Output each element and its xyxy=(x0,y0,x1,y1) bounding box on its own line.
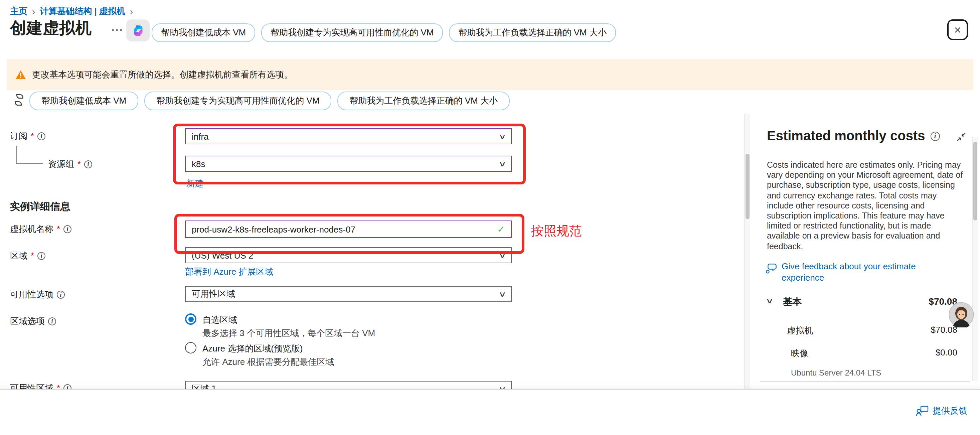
footer-bar xyxy=(0,389,980,435)
cost-group-label[interactable]: 基本 xyxy=(783,296,802,308)
chevron-down-icon: ∨ xyxy=(498,251,506,260)
cost-group-amount: $70.08 xyxy=(883,296,957,307)
tree-connector xyxy=(16,147,17,164)
estimate-feedback-link[interactable]: Give feedback about your estimate experi… xyxy=(765,261,961,283)
warning-text: 更改基本选项可能会重置所做的选择。创建虚拟机前查看所有选项。 xyxy=(32,69,293,81)
required-marker: * xyxy=(57,225,60,234)
extended-zones-link[interactable]: 部署到 Azure 扩展区域 xyxy=(185,266,273,278)
instance-details-heading: 实例详细信息 xyxy=(10,201,70,213)
tree-connector xyxy=(16,163,43,164)
resource-group-dropdown[interactable]: k8s ∨ xyxy=(185,156,512,172)
avatar[interactable] xyxy=(948,302,974,327)
required-marker: * xyxy=(31,251,34,261)
chevron-down-icon[interactable]: ∨ xyxy=(765,297,773,305)
copilot-high-availability-button[interactable]: 帮助我创建专为实现高可用性而优化的 VM xyxy=(144,92,331,110)
info-icon[interactable]: i xyxy=(48,317,56,325)
cost-row-label: 虚拟机 xyxy=(787,325,813,337)
close-button[interactable]: ✕ xyxy=(947,19,968,40)
availability-options-dropdown[interactable]: 可用性区域 ∨ xyxy=(185,286,512,302)
chevron-down-icon: ∨ xyxy=(498,132,506,141)
self-selected-zone-radio[interactable] xyxy=(185,313,196,325)
info-icon[interactable]: i xyxy=(84,160,92,168)
azure-selected-zone-radio[interactable] xyxy=(185,342,196,354)
availability-options-label: 可用性选项 i xyxy=(10,290,65,300)
create-vm-page: 主页 › 计算基础结构 | 虚拟机 › 创建虚拟机 ··· 帮助我创建低成本 V… xyxy=(0,0,980,435)
info-icon[interactable]: i xyxy=(64,225,72,233)
azure-selected-zone-desc: 允许 Azure 根据需要分配最佳区域 xyxy=(202,356,334,368)
collapse-icon[interactable] xyxy=(957,132,966,142)
checkmark-icon: ✓ xyxy=(497,224,505,234)
breadcrumb-home-link[interactable]: 主页 xyxy=(10,5,27,18)
required-marker: * xyxy=(31,132,34,141)
self-selected-zone-desc: 最多选择 3 个可用性区域，每个区域一台 VM xyxy=(202,327,375,339)
cost-row-amount: $70.08 xyxy=(883,325,957,335)
copilot-right-size-button[interactable]: 帮助我为工作负载选择正确的 VM 大小 xyxy=(449,23,616,42)
give-feedback-link[interactable]: 提供反馈 xyxy=(916,405,967,417)
azure-selected-zone-radio-label[interactable]: Azure 选择的区域(预览版) xyxy=(202,343,302,355)
warning-banner: 更改基本选项可能会重置所做的选择。创建虚拟机前查看所有选项。 xyxy=(7,59,973,90)
annotation-text: 按照规范 xyxy=(531,223,582,240)
breadcrumb: 主页 › 计算基础结构 | 虚拟机 › xyxy=(10,5,133,18)
close-icon: ✕ xyxy=(954,24,961,35)
panel-scrollbar-thumb[interactable] xyxy=(973,142,977,220)
subscription-label: 订阅 * i xyxy=(10,132,45,141)
cost-row-amount: $0.00 xyxy=(883,347,957,357)
info-icon[interactable]: i xyxy=(37,132,45,140)
self-selected-zone-radio-label[interactable]: 自选区域 xyxy=(202,314,237,326)
copilot-low-cost-button[interactable]: 帮助我创建低成本 VM xyxy=(152,23,255,42)
required-marker: * xyxy=(78,160,81,169)
vm-name-input[interactable]: prod-usw2-k8s-freeleaps-worker-nodes-07 … xyxy=(185,220,512,238)
chevron-right-icon: › xyxy=(130,7,133,15)
info-icon[interactable]: i xyxy=(57,291,65,299)
subscription-dropdown[interactable]: infra ∨ xyxy=(185,128,512,144)
copilot-icon xyxy=(131,24,145,37)
info-icon[interactable]: i xyxy=(930,131,940,141)
copilot-low-cost-button[interactable]: 帮助我创建低成本 VM xyxy=(29,92,138,110)
copilot-high-availability-button[interactable]: 帮助我创建专为实现高可用性而优化的 VM xyxy=(261,23,443,42)
chevron-right-icon: › xyxy=(32,7,35,15)
person-feedback-icon xyxy=(916,406,929,416)
copilot-outline-icon xyxy=(13,93,25,107)
feedback-bubbles-icon xyxy=(765,263,777,274)
copilot-suggestions-top: 帮助我创建低成本 VM 帮助我创建专为实现高可用性而优化的 VM 帮助我为工作负… xyxy=(152,23,616,42)
resource-group-label: 资源组 * i xyxy=(48,160,92,169)
copilot-suggestions-inline: 帮助我创建低成本 VM 帮助我创建专为实现高可用性而优化的 VM 帮助我为工作负… xyxy=(29,92,510,110)
cost-panel-description: Costs indicated here are estimates only.… xyxy=(767,160,965,252)
region-dropdown[interactable]: (US) West US 2 ∨ xyxy=(185,247,512,263)
cost-row-label: 映像 xyxy=(791,347,808,360)
chevron-down-icon: ∨ xyxy=(498,290,506,298)
main-scrollbar-thumb[interactable] xyxy=(745,154,749,219)
copilot-right-size-button[interactable]: 帮助我为工作负载选择正确的 VM 大小 xyxy=(338,92,510,110)
chevron-down-icon: ∨ xyxy=(498,159,506,168)
breadcrumb-vm-link[interactable]: 计算基础结构 | 虚拟机 xyxy=(40,5,125,18)
more-menu-icon[interactable]: ··· xyxy=(111,24,124,35)
warning-icon xyxy=(15,70,26,79)
cost-panel-title: Estimated monthly costs i xyxy=(767,128,940,143)
divider xyxy=(760,382,970,382)
copilot-button[interactable] xyxy=(126,19,150,41)
page-title: 创建虚拟机 xyxy=(10,18,92,39)
create-new-resource-group-link[interactable]: 新建 xyxy=(186,178,204,190)
vm-name-label: 虚拟机名称 * i xyxy=(10,225,72,234)
cost-row-subtitle: Ubuntu Server 24.04 LTS xyxy=(791,368,881,378)
avatar-image xyxy=(948,302,974,327)
zone-options-label: 区域选项 i xyxy=(10,317,56,326)
region-label: 区域 * i xyxy=(10,251,45,261)
info-icon[interactable]: i xyxy=(37,252,45,260)
